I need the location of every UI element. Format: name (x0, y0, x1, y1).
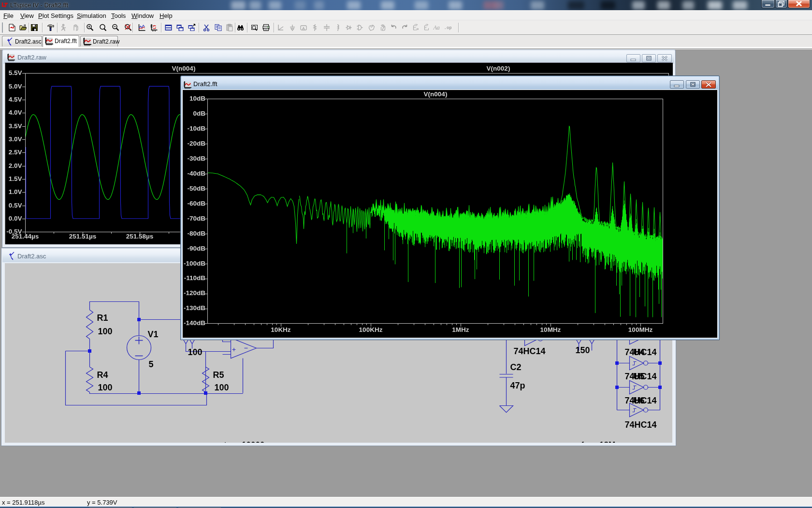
svg-text:U5: U5 (634, 372, 645, 381)
svg-text:-140dB: -140dB (184, 319, 205, 327)
svg-text:-70dB: -70dB (187, 215, 205, 222)
svg-text:-30dB: -30dB (187, 155, 205, 162)
svg-text:10KHz: 10KHz (271, 326, 291, 333)
svg-text:-40dB: -40dB (187, 170, 205, 177)
svg-text:3.0V: 3.0V (9, 135, 22, 143)
svg-text:100: 100 (215, 383, 229, 392)
svg-text:74HC14: 74HC14 (514, 346, 546, 356)
svg-text:-130dB: -130dB (184, 304, 205, 312)
svg-text:-110dB: -110dB (184, 274, 206, 282)
svg-text:5.0V: 5.0V (9, 83, 22, 90)
svg-text:2.5V: 2.5V (9, 149, 22, 156)
svg-text:-50dB: -50dB (187, 185, 205, 192)
svg-text:V(n004): V(n004) (424, 90, 448, 98)
svg-text:V(n004): V(n004) (172, 65, 196, 72)
svg-text:2.0V: 2.0V (9, 162, 22, 169)
svg-text:.tran 10000n: .tran 10000n (222, 440, 270, 443)
svg-text:U6: U6 (634, 396, 645, 405)
svg-text:0.5V: 0.5V (9, 202, 22, 209)
svg-text:3.5V: 3.5V (9, 122, 22, 130)
svg-text:C2: C2 (510, 362, 522, 372)
svg-text:10MHz: 10MHz (540, 326, 561, 333)
svg-text:100: 100 (188, 347, 203, 357)
svg-text:100MHz: 100MHz (628, 326, 653, 333)
svg-text:-60dB: -60dB (187, 200, 205, 207)
svg-text:-90dB: -90dB (187, 245, 205, 252)
svg-text:R1: R1 (97, 313, 108, 323)
svg-text:-120dB: -120dB (184, 289, 205, 297)
svg-text:5: 5 (149, 359, 154, 369)
svg-text:A: A (302, 26, 305, 30)
svg-text:1MHz: 1MHz (452, 326, 469, 333)
svg-text:U4: U4 (634, 347, 645, 357)
svg-text:-20dB: -20dB (187, 140, 205, 147)
svg-text:5.5V: 5.5V (9, 69, 22, 76)
svg-text:0.0V: 0.0V (9, 215, 22, 222)
svg-text:4.0V: 4.0V (9, 109, 22, 116)
svg-text:R5: R5 (213, 370, 224, 380)
svg-text:150: 150 (576, 345, 590, 355)
svg-text:V(n002): V(n002) (487, 65, 510, 72)
svg-text:-10dB: -10dB (187, 125, 205, 132)
svg-text:10dB: 10dB (189, 95, 205, 102)
svg-text:Aa: Aa (433, 24, 440, 31)
svg-text:100KHz: 100KHz (359, 326, 383, 333)
svg-text:-100dB: -100dB (184, 260, 205, 267)
svg-text:1.0V: 1.0V (9, 188, 22, 195)
svg-text:V1: V1 (148, 329, 159, 339)
svg-text:.op: .op (444, 26, 452, 30)
svg-text:100: 100 (98, 383, 113, 392)
svg-text:0dB: 0dB (193, 110, 205, 117)
svg-text:1.5V: 1.5V (9, 175, 22, 182)
svg-text:-80dB: -80dB (187, 230, 205, 237)
svg-text:4.5V: 4.5V (9, 96, 22, 103)
svg-text:R4: R4 (97, 370, 108, 380)
svg-text:47p: 47p (510, 381, 525, 390)
svg-text:100: 100 (98, 327, 113, 336)
svg-text:74HC14: 74HC14 (625, 420, 657, 430)
svg-text:.four 18Meg: .four 18Meg (579, 440, 625, 443)
